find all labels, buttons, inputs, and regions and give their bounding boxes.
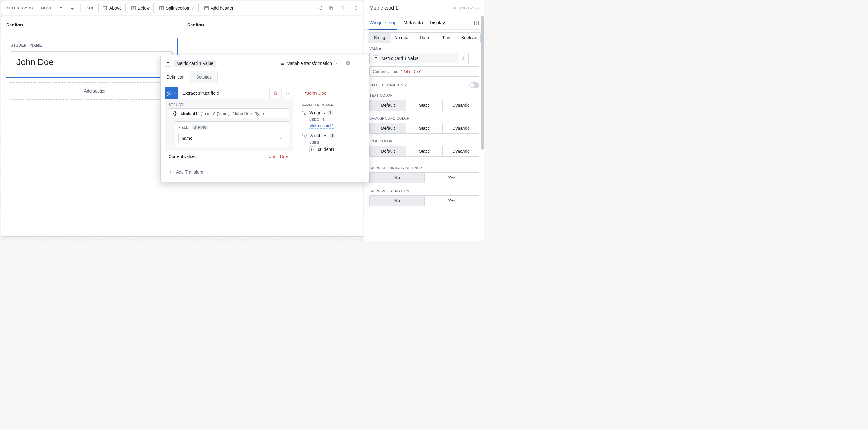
text-color-label: TEXT COLOR — [369, 93, 479, 97]
widgets-count: 1 — [328, 110, 333, 115]
quote-icon: ❞ — [373, 55, 379, 61]
rpanel-title: Metric card 1 — [369, 5, 398, 11]
metric-card-label: STUDENT NAME — [10, 43, 173, 48]
tab-display[interactable]: Display — [430, 16, 445, 30]
preview-value: “John Doe” — [302, 88, 365, 98]
copy-button[interactable] — [326, 3, 336, 13]
svg-rect-9 — [341, 6, 343, 7]
variables-count: 1 — [330, 133, 336, 138]
edit-value-button[interactable] — [458, 53, 468, 64]
value-formatting-label: VALUE FORMATTING — [369, 83, 406, 87]
show-secondary-segment[interactable]: No Yes — [369, 172, 479, 183]
svg-rect-7 — [330, 7, 333, 10]
section-title-right: Section — [182, 17, 363, 33]
value-formatting-toggle[interactable] — [469, 82, 479, 88]
value-label: VALUE — [369, 47, 479, 50]
add-label: ADD — [84, 6, 97, 10]
scrollbar[interactable] — [480, 16, 484, 241]
uses-label: USES — [309, 141, 365, 144]
fx-small-icon: (x) — [302, 133, 307, 138]
breadcrumb: METRIC CARD — [3, 1, 36, 15]
braces-icon: {} — [309, 146, 315, 152]
svg-rect-11 — [348, 63, 350, 65]
move-label: MOVE — [38, 6, 55, 10]
add-transform-button[interactable]: Add Transform — [164, 166, 293, 178]
widgets-label: Widgets — [309, 110, 325, 115]
clear-value-button[interactable] — [468, 53, 479, 64]
background-color-segment[interactable]: Default Static Dynamic — [369, 123, 479, 134]
variables-label: Variables — [309, 133, 327, 138]
show-viz-segment[interactable]: No Yes — [369, 195, 479, 207]
split-section-button[interactable]: Split section — [155, 3, 199, 13]
svg-point-4 — [318, 9, 319, 10]
value-chip[interactable]: ❞ Metric card 1 Value — [370, 53, 458, 63]
svg-rect-12 — [302, 111, 304, 112]
type-tab-string[interactable]: String — [369, 33, 391, 42]
current-value: = “John Doe” — [264, 154, 289, 159]
widgets-icon — [302, 110, 307, 115]
add-below-button[interactable]: Below — [127, 3, 154, 13]
delete-transform-button[interactable] — [270, 87, 281, 99]
used-in-link[interactable]: Metric card 1 — [309, 123, 334, 128]
usage-header: VARIABLE USAGE — [302, 103, 365, 107]
quote-icon: ❞ — [164, 60, 172, 67]
type-tab-time[interactable]: Time — [436, 33, 458, 42]
struct-label: STRUCT — [168, 103, 289, 106]
paste-button[interactable] — [337, 3, 347, 13]
text-color-segment[interactable]: Default Static Dynamic — [369, 100, 479, 111]
struct-chip[interactable]: {} student1 {"name":{"string":"John Doe"… — [168, 108, 289, 118]
icon-color-segment[interactable]: Default Static Dynamic — [369, 146, 479, 157]
field-label: FIELD — [178, 125, 189, 129]
collapse-button[interactable] — [281, 87, 293, 99]
field-select[interactable]: name — [178, 133, 286, 144]
svg-rect-13 — [305, 113, 306, 115]
svg-rect-8 — [341, 6, 343, 10]
add-section-button[interactable]: Add section — [9, 82, 175, 100]
transform-mode-select[interactable]: Variable transformation — [277, 59, 341, 68]
move-down-button[interactable] — [67, 3, 77, 13]
move-up-button[interactable] — [56, 3, 66, 13]
type-tab-boolean[interactable]: Boolean — [458, 33, 480, 42]
trash-button[interactable] — [355, 58, 365, 68]
docs-button[interactable] — [474, 16, 479, 30]
svg-rect-6 — [330, 6, 332, 9]
background-color-label: BACKGROUND COLOR — [369, 116, 479, 120]
section-title-left: Section — [1, 17, 182, 33]
metric-card[interactable]: STUDENT NAME John Doe — [6, 37, 178, 78]
extract-title: Extract struct field — [178, 87, 270, 99]
add-above-button[interactable]: Above — [98, 3, 126, 13]
current-value-display: Current value: “John Doe” — [369, 66, 479, 77]
uses-var: student1 — [318, 147, 335, 152]
current-value-label: Current value: — [168, 154, 196, 159]
type-tab-date[interactable]: Date — [413, 33, 436, 42]
add-header-button[interactable]: Add header — [200, 3, 237, 13]
delete-button[interactable] — [351, 3, 361, 13]
used-in-label: USED IN — [309, 118, 365, 121]
metric-card-value: John Doe — [10, 51, 173, 73]
show-secondary-label: SHOW SECONDARY METRIC? — [369, 166, 479, 170]
field-type-tag: STRING — [192, 125, 209, 130]
duplicate-button[interactable] — [343, 58, 353, 68]
tab-settings[interactable]: Settings — [190, 71, 218, 83]
variable-popover: ❞ Metric card 1 Value Variable transform… — [160, 55, 369, 182]
show-viz-label: SHOW VISUALIZATION — [369, 189, 479, 193]
svg-rect-10 — [347, 62, 349, 64]
braces-icon: {} — [172, 111, 178, 116]
type-tab-number[interactable]: Number — [391, 33, 413, 42]
rpanel-subtitle: METRIC CARD — [452, 6, 479, 10]
svg-point-5 — [320, 9, 321, 10]
popover-title: Metric card 1 Value — [174, 60, 216, 67]
edit-name-button[interactable] — [219, 58, 228, 68]
cut-button[interactable] — [315, 3, 325, 13]
tab-metadata[interactable]: Metadata — [404, 16, 423, 30]
svg-rect-3 — [205, 6, 208, 10]
icon-color-label: ICON COLOR — [369, 140, 479, 143]
tab-widget-setup[interactable]: Widget setup — [369, 16, 397, 30]
fx-icon: (x)→ — [165, 87, 178, 99]
tab-definition[interactable]: Definition — [161, 71, 190, 83]
